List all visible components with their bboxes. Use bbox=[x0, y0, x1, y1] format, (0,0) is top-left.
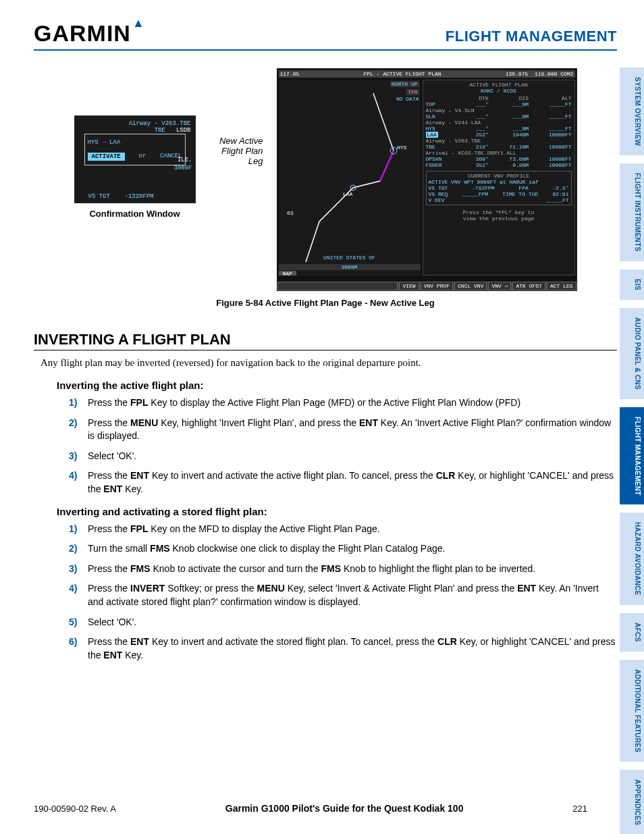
steps-active: 1)Press the FPL Key to display the Activ… bbox=[69, 396, 617, 496]
page-footer: 190-00590-02 Rev. A Garmin G1000 Pilot's… bbox=[34, 803, 587, 814]
mfd-fpl-panel: ACTIVE FLIGHT PLAN KHKC / KCOS DTK DIS A… bbox=[423, 80, 575, 276]
vnv2d: -2.5° bbox=[552, 185, 568, 191]
step-item: 2)Turn the small FMS Knob clockwise one … bbox=[69, 542, 617, 556]
logo-text: GARMIN bbox=[34, 20, 131, 47]
conf-airway: Airway - V263.TBE bbox=[129, 120, 191, 127]
fpl-row: TOP___°___NM_____FT bbox=[426, 101, 572, 107]
confirmation-window-screenshot: Airway - V263.TBE TBE LSDB HYS ⟶ LAA ACT… bbox=[74, 115, 196, 203]
tab-audio-panel[interactable]: AUDIO PANEL & CNS bbox=[620, 308, 644, 399]
col-alt: ALT bbox=[535, 95, 571, 101]
map-scale: 300NM bbox=[341, 264, 357, 270]
conf-ile: ILE. bbox=[178, 157, 192, 163]
mfd-screenshot: 117.95 FPL - ACTIVE FLIGHT PLAN 136.975 … bbox=[277, 68, 577, 291]
fpl-group: Arrival - KCOS-TBE.DBRY1.ALL bbox=[426, 150, 572, 156]
conf-tbe: TBE bbox=[154, 127, 165, 134]
step-item: 6)Press the ENT Key to invert and activa… bbox=[69, 635, 617, 662]
vnv3a: VS REQ bbox=[429, 191, 448, 197]
vnv3b: _____FPM bbox=[462, 191, 488, 197]
col-dis: DIS bbox=[495, 95, 529, 101]
vnv4b: _____FT bbox=[546, 197, 569, 203]
tab-hazard-avoidance[interactable]: HAZARD AVOIDANCE bbox=[620, 513, 644, 605]
step-item: 3)Select 'OK'. bbox=[69, 450, 617, 463]
mfd-title: FPL - ACTIVE FLIGHT PLAN bbox=[363, 71, 441, 77]
conf-hys: HYS bbox=[88, 139, 99, 146]
vnv2c: FPA bbox=[518, 185, 528, 191]
fpl-group: Airway - V4.SLN bbox=[426, 107, 572, 113]
side-tabs: SYSTEM OVERVIEW FLIGHT INSTRUMENTS EIS A… bbox=[620, 68, 644, 834]
sk-view: VIEW bbox=[399, 282, 419, 290]
north-up: NORTH UP bbox=[392, 81, 417, 87]
footer-rev: 190-00590-02 Rev. A bbox=[34, 804, 116, 814]
conf-3000: 3000F bbox=[173, 165, 192, 172]
confirmation-caption: Confirmation Window bbox=[89, 209, 180, 219]
conf-activate: ACTIVATE bbox=[88, 153, 125, 161]
vnv3d: 02:01 bbox=[552, 191, 568, 197]
tab-flight-instruments[interactable]: FLIGHT INSTRUMENTS bbox=[620, 163, 644, 261]
fpl-row: FSHER352°9.8NM10000FT bbox=[426, 162, 572, 168]
page-header: GARMIN ▲ FLIGHT MANAGEMENT bbox=[34, 20, 617, 51]
vnv2a: VS TGT bbox=[429, 185, 448, 191]
fpl-group: Airway - V244.LAA bbox=[426, 120, 572, 126]
section-title: FLIGHT MANAGEMENT bbox=[446, 28, 617, 45]
fpl-row: HYS___°___NM_____FT bbox=[426, 126, 572, 132]
sk-atkofst: ATK OFST bbox=[512, 282, 545, 290]
conf-vstgt-lbl: VS TGT bbox=[88, 193, 110, 200]
conf-lsdb: LSDB bbox=[176, 127, 191, 134]
steps-stored: 1)Press the FPL Key on the MFD to displa… bbox=[69, 523, 617, 662]
tab-eis[interactable]: EIS bbox=[620, 269, 644, 300]
step-item: 2)Press the MENU Key, highlight 'Invert … bbox=[69, 417, 617, 443]
fpl-row: SLN___°___NM_____FT bbox=[426, 113, 572, 120]
vnv-hdr: CURRENT VNV PROFILE bbox=[429, 173, 569, 179]
col-dtk: DTK bbox=[464, 95, 489, 101]
figure-caption: Figure 5-84 Active Flight Plan Page - Ne… bbox=[34, 298, 617, 308]
vnv3c: TIME TO TOD bbox=[502, 191, 538, 197]
step-item: 1)Press the FPL Key on the MFD to displa… bbox=[69, 523, 617, 536]
step-item: 4)Press the INVERT Softkey; or press the… bbox=[69, 582, 617, 608]
mfd-nav1: 117.95 bbox=[280, 71, 300, 77]
conf-or: or bbox=[139, 153, 146, 161]
fpl-hint2: view the previous page bbox=[426, 215, 572, 221]
sk-actleg: ACT LEG bbox=[547, 282, 576, 290]
sk-vnvprof: VNV PROF bbox=[421, 282, 453, 290]
vnv-active: ACTIVE VNV WPT 9000FT at HABUK iaf bbox=[429, 179, 569, 185]
svg-line-0 bbox=[380, 151, 394, 181]
fpl-hint1: Press the "FPL" key to bbox=[426, 209, 572, 215]
mfd-map: NORTH UP TFR ND DATA HYS LAA 63 UNITED S… bbox=[279, 80, 421, 276]
intro-paragraph: Any flight plan may be inverted (reverse… bbox=[41, 357, 617, 369]
svg-text:HYS: HYS bbox=[397, 145, 407, 151]
fpl-hdr: ACTIVE FLIGHT PLAN bbox=[426, 82, 572, 88]
tab-appendices[interactable]: APPENDICES bbox=[620, 770, 644, 834]
logo-triangle-icon: ▲ bbox=[132, 16, 145, 30]
new-active-leg-label: New Active Flight Plan Leg bbox=[209, 136, 263, 166]
step-item: 4)Press the ENT Key to invert and activa… bbox=[69, 469, 617, 496]
fpl-group: Airway - V263.TBE bbox=[426, 138, 572, 144]
figure-block: Airway - V263.TBE TBE LSDB HYS ⟶ LAA ACT… bbox=[34, 68, 617, 291]
step-item: 5)Select 'OK'. bbox=[69, 616, 617, 629]
tab-system-overview[interactable]: SYSTEM OVERVIEW bbox=[620, 68, 644, 155]
tab-afcs[interactable]: AFCS bbox=[620, 613, 644, 651]
heading-inverting: Inverting a Flight Plan bbox=[34, 331, 617, 350]
mfd-softkeys: VIEW VNV PROF CNCL VNV VNV ⇨ ATK OFST AC… bbox=[277, 282, 576, 290]
footer-title: Garmin G1000 Pilot's Guide for the Quest… bbox=[225, 803, 464, 814]
fpl-row: OPSHN309°73.0NM10000FT bbox=[426, 156, 572, 162]
garmin-logo: GARMIN ▲ bbox=[34, 20, 145, 47]
step-item: 1)Press the FPL Key to display the Activ… bbox=[69, 396, 617, 410]
fpl-row: TBE218°71.1NM10000FT bbox=[426, 144, 572, 150]
fpl-route: KHKC / KCOS bbox=[481, 88, 516, 94]
conf-laa: LAA bbox=[109, 139, 120, 146]
vnv2b: -782FPM bbox=[472, 185, 495, 191]
vnv4a: V DEV bbox=[429, 197, 445, 203]
map-label: MAP bbox=[283, 271, 292, 276]
conf-vstgt-val: -1328FPM bbox=[125, 193, 154, 200]
mfd-com1: 136.975 bbox=[506, 71, 529, 77]
subhead-stored: Inverting and activating a stored flight… bbox=[57, 506, 617, 517]
tab-flight-management[interactable]: FLIGHT MANAGEMENT bbox=[620, 407, 644, 505]
mfd-com2: 118.000 COM2 bbox=[535, 71, 574, 77]
step-item: 3)Press the FMS Knob to activate the cur… bbox=[69, 563, 617, 576]
sk-vnvd: VNV ⇨ bbox=[488, 282, 511, 290]
footer-page: 221 bbox=[572, 804, 587, 814]
tab-additional-features[interactable]: ADDITIONAL FEATURES bbox=[620, 660, 644, 762]
nd-data: ND DATA bbox=[396, 96, 419, 102]
sk-cnclvnv: CNCL VNV bbox=[454, 282, 487, 290]
subhead-active: Inverting the active flight plan: bbox=[57, 380, 617, 391]
